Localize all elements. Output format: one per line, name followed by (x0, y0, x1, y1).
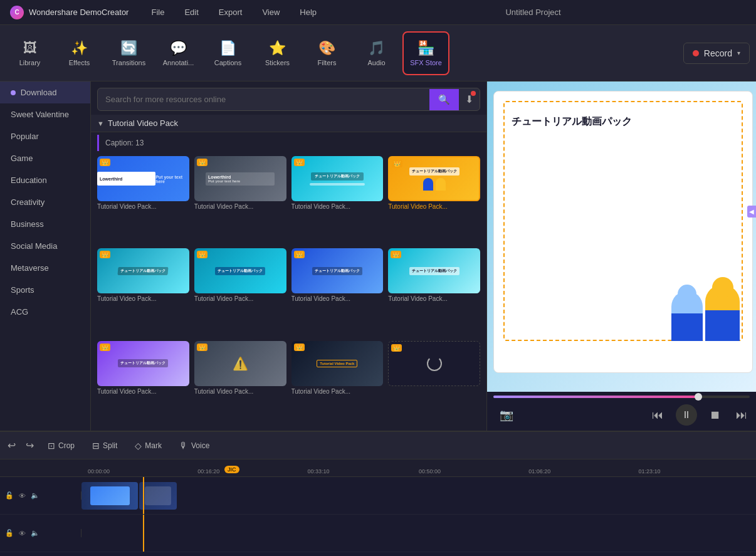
sfx-label: SFX Store (410, 59, 442, 66)
library-icon: 🖼 (23, 40, 37, 56)
progress-bar-container[interactable] (487, 392, 756, 399)
menu-export[interactable]: Export (215, 5, 246, 19)
toolbar-stickers[interactable]: ⭐ Stickers (254, 31, 301, 75)
toolbar: 🖼 Library ✨ Effects 🔄 Transitions 💬 Anno… (0, 25, 756, 81)
sidebar-item-creativity[interactable]: Creativity (0, 191, 90, 213)
list-item[interactable]: 👑 (388, 341, 480, 428)
list-item[interactable]: 👑 チュートリアル動画パック Tutorial Video Pack... (194, 248, 286, 335)
sidebar-item-game[interactable]: Game (0, 147, 90, 169)
crown-badge: 👑 (294, 159, 305, 166)
captions-icon: 📄 (219, 40, 236, 56)
toolbar-captions[interactable]: 📄 Captions (204, 31, 251, 75)
list-item[interactable]: 👑 Lowerthird Put your text here Tutorial… (97, 156, 189, 243)
list-item[interactable]: 👑 ⚠️ Tutorial Video Pack... (194, 341, 286, 428)
track-lock-icon[interactable]: 🔓 (5, 491, 14, 500)
menu-bar: File Edit Export View Help (147, 5, 320, 19)
redo-button[interactable]: ↪ (26, 439, 34, 451)
download-queue-button[interactable]: ⬇ (459, 88, 480, 110)
sidebar-item-education[interactable]: Education (0, 169, 90, 191)
sidebar-item-download[interactable]: Download (0, 81, 90, 103)
sidebar-item-sweet-valentine[interactable]: Sweet Valentine (0, 103, 90, 125)
sidebar-item-popular[interactable]: Popular (0, 125, 90, 147)
list-item[interactable]: 👑 チュートリアル動画パック Tutorial Video Pack... (388, 248, 480, 335)
player-controls: 📷 ⏮ ⏸ ⏹ ⏭ (487, 399, 756, 431)
crown-badge: 👑 (294, 251, 305, 258)
toolbar-filters[interactable]: 🎨 Filters (303, 31, 350, 75)
crown-badge: 👑 (100, 251, 110, 258)
list-item[interactable]: 👑 Lowerthird Put your text here Tutorial… (194, 156, 286, 243)
screenshot-button[interactable]: 📷 (493, 406, 520, 424)
list-item[interactable]: 👑 チュートリアル動画パック Tutorial Video Pack... (291, 156, 384, 243)
list-item[interactable]: 👑 チュートリアル動画パック Tutorial Video Pack... (97, 248, 189, 335)
captions-label: Captions (214, 59, 241, 66)
sidebar-item-sports[interactable]: Sports (0, 279, 90, 301)
video-clip[interactable] (81, 482, 138, 510)
sfx-icon: 🏪 (417, 40, 434, 56)
record-label: Record (704, 48, 732, 58)
crop-tool[interactable]: ⊡ Crop (44, 438, 78, 453)
thumb-preview: Lowerthird Put your text here (97, 156, 189, 201)
item-label: Tutorial Video Pack... (194, 295, 286, 302)
track-lock-icon-2[interactable]: 🔓 (5, 529, 14, 537)
search-input[interactable] (98, 90, 429, 109)
rewind-button[interactable]: ⏮ (649, 406, 666, 424)
sidebar-item-business[interactable]: Business (0, 213, 90, 235)
crown-badge: 👑 (197, 344, 207, 351)
track-content (81, 477, 756, 514)
toolbar-audio[interactable]: 🎵 Audio (353, 31, 400, 75)
split-tool[interactable]: ⊟ Split (88, 438, 121, 453)
toolbar-effects[interactable]: ✨ Effects (56, 31, 103, 75)
item-label: Tutorial Video Pack... (194, 388, 286, 395)
search-button[interactable]: 🔍 (429, 89, 459, 110)
video-preview: チュートリアル動画パック ◀ (487, 81, 756, 392)
list-item[interactable]: 👑 チュートリアル動画パック Tutorial Video Pack... (291, 248, 384, 335)
record-chevron-icon[interactable]: ▾ (737, 50, 740, 56)
preview-panel: チュートリアル動画パック ◀ (486, 81, 756, 431)
filters-label: Filters (318, 59, 337, 66)
playhead-label: JIC (224, 466, 239, 473)
toolbar-sfx[interactable]: 🏪 SFX Store (402, 31, 449, 75)
record-button[interactable]: Record ▾ (683, 43, 750, 64)
play-pause-button[interactable]: ⏸ (676, 404, 697, 426)
record-dot-icon (693, 50, 699, 56)
list-item[interactable]: 👑 Tutorial Video Pack Tutorial Video Pac… (291, 341, 384, 428)
voice-label: Voice (191, 441, 209, 450)
sidebar-item-acg[interactable]: ACG (0, 301, 90, 323)
crown-badge: 👑 (391, 344, 402, 352)
track-row: 🔓 👁 🔈 (0, 477, 756, 515)
clip-thumbnail (81, 482, 138, 510)
toolbar-annotations[interactable]: 💬 Annotati... (155, 31, 202, 75)
track-mute-icon[interactable]: 🔈 (31, 491, 39, 500)
caption-bar: Caption: 13 (97, 135, 480, 151)
undo-button[interactable]: ↩ (8, 439, 16, 451)
toolbar-transitions[interactable]: 🔄 Transitions (105, 31, 152, 75)
item-label: Tutorial Video Pack... (388, 295, 480, 302)
sidebar-item-social-media[interactable]: Social Media (0, 235, 90, 257)
video-clip-split[interactable] (139, 482, 177, 510)
mark-tool[interactable]: ◇ Mark (131, 438, 165, 453)
preview-content: チュートリアル動画パック ◀ (487, 81, 756, 392)
item-label: Tutorial Video Pack... (291, 203, 384, 210)
sidebar: Download Sweet Valentine Popular Game Ed… (0, 81, 91, 431)
list-item[interactable]: 👑 チュートリアル動画パック Tutorial Video Pack... (97, 341, 189, 428)
voice-tool[interactable]: 🎙 Voice (176, 438, 213, 453)
crown-badge: 👑 (391, 251, 401, 258)
menu-view[interactable]: View (258, 5, 283, 19)
menu-edit[interactable]: Edit (181, 5, 202, 19)
menu-help[interactable]: Help (296, 5, 320, 19)
sidebar-item-metaverse[interactable]: Metaverse (0, 257, 90, 279)
filters-icon: 🎨 (318, 40, 335, 56)
library-label: Library (19, 59, 41, 66)
track-eye-icon-2[interactable]: 👁 (19, 530, 26, 537)
menu-file[interactable]: File (147, 5, 168, 19)
progress-track[interactable] (493, 396, 750, 398)
app-logo: C (10, 6, 24, 19)
forward-button[interactable]: ⏭ (733, 406, 750, 424)
track-eye-icon[interactable]: 👁 (19, 492, 26, 500)
list-item[interactable]: 👑 チュートリアル動画パック Tutorial Video Pack... (388, 156, 480, 243)
toolbar-library[interactable]: 🖼 Library (6, 31, 53, 75)
track-mute-icon-2[interactable]: 🔈 (31, 529, 39, 537)
progress-thumb[interactable] (695, 393, 702, 401)
pack-header[interactable]: ▼ Tutorial Video Pack (91, 115, 486, 132)
stop-button[interactable]: ⏹ (707, 406, 723, 424)
